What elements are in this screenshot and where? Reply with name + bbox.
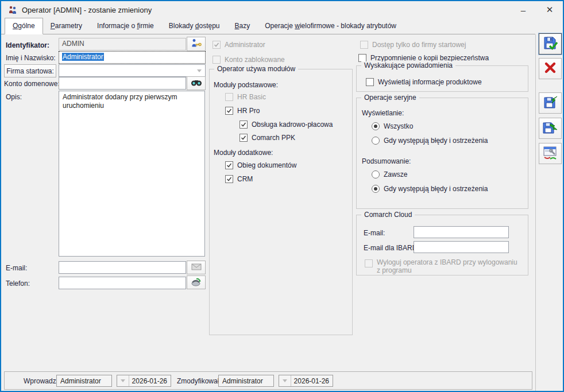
modules-group-title: Operator używa modułów (214, 65, 298, 73)
summary-always-radio[interactable]: Zawsze (372, 170, 407, 178)
radio-circle (372, 122, 380, 130)
tab-strip: Ogólne Parametry Informacje o firmie Blo… (1, 18, 535, 34)
phone-label: Telefon: (6, 280, 30, 288)
operator-dialog: Operator [ADMIN] - zostanie zmieniony – … (0, 0, 564, 392)
tab-parametry[interactable]: Parametry (43, 18, 90, 34)
checkbox-box (225, 161, 233, 169)
checkbox-box (239, 134, 248, 142)
modified-date-picker: 2026-01-26 (279, 375, 333, 387)
summary-label: Podsumowanie: (362, 157, 411, 165)
minimize-button[interactable]: – (510, 1, 536, 18)
module-kadrowo-placowa-checkbox[interactable]: Obsługa kadrowo-płacowa (239, 121, 333, 129)
floppy-check-icon (542, 35, 558, 53)
cloud-email-label: E-mail: (364, 229, 385, 237)
change-password-button[interactable] (187, 37, 206, 51)
radio-circle (372, 185, 380, 193)
administrator-checkbox: Administrator (213, 41, 265, 49)
checkbox-box (360, 41, 368, 49)
display-all-radio[interactable]: Wszystko (372, 122, 413, 130)
tab-operacje-wielofirmowe[interactable]: Operacje wielofirmowe - blokady atrybutó… (257, 18, 404, 34)
created-date-picker: 2026-01-26 (117, 375, 171, 387)
tab-blokady-dostepu[interactable]: Blokady dostępu (161, 18, 227, 34)
created-date-value: 2026-01-26 (129, 377, 171, 385)
notifications-group-title: Wyskakujące powiadomienia (361, 61, 455, 69)
identifier-label: Identyfikator: (6, 41, 49, 49)
domain-account-field[interactable] (59, 77, 186, 90)
ibard-logout-checkbox: Wyloguj operatora z IBARD przy wylogowan… (365, 258, 521, 274)
modified-by-label: Zmodyfikował: (177, 377, 221, 385)
tab-informacje-o-firmie[interactable]: Informacje o firmie (90, 18, 161, 34)
radio-circle (372, 170, 380, 178)
created-by-label: Wprowadził: (24, 377, 61, 385)
save-and-next-button[interactable] (539, 118, 562, 139)
floppy-arrow-left-icon (542, 94, 558, 112)
cloud-email-field[interactable] (414, 226, 509, 238)
email-field[interactable] (59, 261, 186, 274)
checkbox-box (365, 259, 373, 267)
window-tools-icon (542, 145, 558, 162)
modified-date-value: 2026-01-26 (291, 377, 333, 385)
person-key-icon (191, 38, 202, 50)
checkbox-box (225, 107, 233, 115)
cancel-button[interactable] (539, 58, 562, 79)
module-hr-pro-checkbox[interactable]: HR Pro (225, 107, 260, 115)
start-company-only-checkbox: Dostęp tylko do firmy startowej (360, 41, 466, 49)
account-locked-checkbox: Konto zablokowane (213, 56, 285, 64)
chevron-down-icon (117, 375, 129, 386)
module-obieg-dokumentow-checkbox[interactable]: Obieg dokumentów (225, 161, 296, 169)
save-button[interactable] (539, 33, 562, 55)
checkbox-box (225, 175, 233, 183)
identifier-field: ADMIN (59, 38, 186, 51)
module-crm-checkbox[interactable]: CRM (225, 175, 253, 183)
send-email-button (187, 261, 206, 274)
chevron-down-icon[interactable] (194, 65, 204, 76)
checkbox-box (358, 54, 366, 62)
chevron-down-icon (279, 375, 291, 386)
backup-reminder-checkbox[interactable]: Przypomnienie o kopii bezpieczeństwa (358, 54, 489, 62)
save-and-copy-button[interactable] (539, 92, 562, 114)
checkbox-box (213, 41, 221, 49)
module-comarch-ppk-checkbox[interactable]: Comarch PPK (239, 134, 295, 142)
envelope-icon (191, 263, 202, 272)
created-by-value: Administrator (56, 375, 112, 387)
operators-icon (8, 5, 17, 14)
binoculars-icon (191, 79, 202, 88)
modified-by-value: Administrator (218, 375, 274, 387)
red-x-icon (543, 60, 558, 77)
comarch-cloud-group-title: Comarch Cloud (361, 211, 415, 219)
phone-field[interactable] (59, 277, 186, 289)
tab-bazy[interactable]: Bazy (227, 18, 258, 34)
display-label: Wyświetlanie: (362, 109, 404, 117)
checkbox-box (366, 78, 374, 86)
checkbox-box (225, 93, 233, 101)
audit-footer: Wprowadził: Administrator 2026-01-26 Zmo… (4, 371, 532, 390)
window-title: Operator [ADMIN] - zostanie zmieniony (22, 6, 152, 14)
description-label: Opis: (6, 93, 22, 101)
floppy-arrow-right-icon (542, 119, 558, 137)
start-company-button[interactable]: Firma startowa: (4, 64, 56, 77)
description-field[interactable]: Administrator dodany przy pierwszym uruc… (59, 91, 205, 257)
search-domain-button[interactable] (187, 76, 206, 90)
basic-modules-label: Moduły podstawowe: (214, 81, 278, 89)
product-info-checkbox[interactable]: Wyświetlaj informacje produktowe (366, 78, 482, 86)
buttons-separator (535, 34, 536, 391)
ibard-email-field[interactable] (414, 241, 509, 253)
title-bar: Operator [ADMIN] - zostanie zmieniony (1, 1, 563, 18)
start-company-combobox[interactable] (59, 64, 206, 77)
tab-ogolne[interactable]: Ogólne (5, 18, 43, 34)
change-settings-button[interactable] (539, 143, 562, 164)
radio-circle (372, 137, 380, 145)
module-hr-basic-checkbox: HR Basic (225, 93, 266, 101)
close-button[interactable]: ✕ (536, 1, 563, 18)
summary-errors-radio[interactable]: Gdy występują błędy i ostrzeżenia (372, 185, 488, 193)
checkbox-box (213, 56, 221, 64)
name-label: Imię i Nazwisko: (6, 54, 56, 62)
call-phone-button[interactable] (187, 275, 206, 289)
email-label: E-mail: (6, 264, 27, 272)
additional-modules-label: Moduły dodatkowe: (214, 149, 273, 157)
domain-account-label: Konto domenowe: (4, 80, 60, 88)
phone-icon (191, 277, 202, 288)
name-field[interactable]: Administrator (59, 51, 206, 64)
checkbox-box (239, 121, 248, 129)
display-errors-radio[interactable]: Gdy występują błędy i ostrzeżenia (372, 137, 488, 145)
